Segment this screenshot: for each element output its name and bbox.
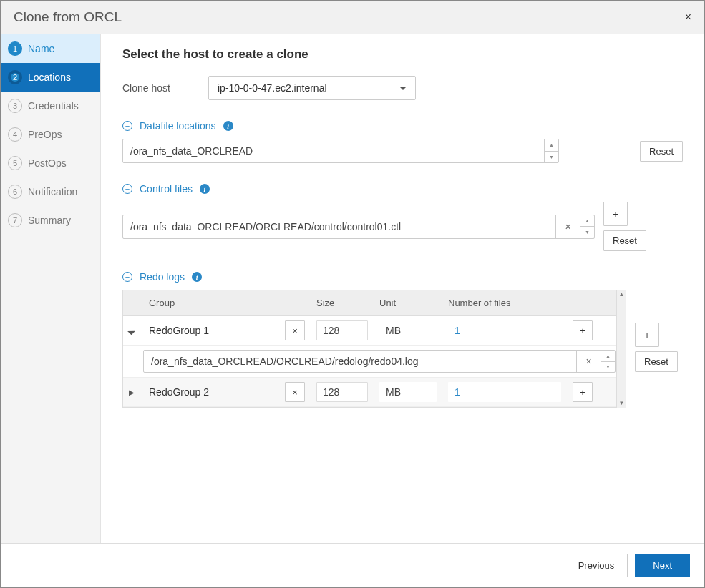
spinner-down-icon[interactable]: ▼ — [545, 152, 558, 163]
step-label: PostOps — [28, 157, 67, 169]
control-row: /ora_nfs_data_ORCLREAD/ORCLREAD/control/… — [122, 202, 683, 251]
redo-numfiles: 1 — [448, 320, 561, 340]
redo-size-input[interactable]: 128 — [316, 382, 368, 402]
clone-dialog: Clone from ORCL × 1 Name 2 Locations 3 C… — [0, 0, 705, 588]
datafile-reset-button[interactable]: Reset — [640, 141, 683, 162]
redo-table: Group Size Unit Number of files ◢ RedoGr… — [122, 290, 616, 408]
step-preops[interactable]: 4 PreOps — [1, 120, 100, 149]
spinner-down-icon[interactable]: ▼ — [580, 227, 594, 238]
redo-group-name: RedoGroup 1 — [149, 325, 209, 336]
close-icon[interactable]: × — [685, 11, 691, 24]
redo-scrollbar[interactable]: ▲ ▼ — [616, 290, 626, 408]
info-icon[interactable]: i — [223, 121, 233, 131]
step-number-icon: 4 — [8, 127, 22, 142]
redo-row-1: ◢ RedoGroup 1 × 128 MB 1 + — [123, 316, 616, 346]
step-number-icon: 7 — [8, 213, 22, 227]
col-size: Size — [311, 290, 374, 315]
col-num: Number of files — [442, 290, 567, 315]
step-label: Summary — [28, 215, 71, 226]
step-locations[interactable]: 2 Locations — [1, 63, 100, 92]
datafile-path-input[interactable]: /ora_nfs_data_ORCLREAD ▲ ▼ — [122, 139, 559, 163]
redo-section-header[interactable]: − Redo logs i — [122, 271, 683, 283]
redo-reset-button[interactable]: Reset — [635, 351, 678, 372]
redo-file-remove-button[interactable]: × — [576, 351, 601, 372]
step-summary[interactable]: 7 Summary — [1, 206, 100, 235]
clone-host-row: Clone host ip-10-0-0-47.ec2.internal — [122, 76, 683, 100]
control-reset-button[interactable]: Reset — [603, 230, 646, 251]
spinner-up-icon[interactable]: ▲ — [545, 139, 558, 152]
clone-host-label: Clone host — [122, 82, 208, 94]
control-add-button[interactable]: + — [603, 202, 628, 226]
redo-add-button[interactable]: + — [635, 323, 659, 347]
spinner[interactable]: ▲ ▼ — [580, 215, 594, 238]
spinner-down-icon[interactable]: ▼ — [601, 362, 615, 373]
step-label: Credentials — [28, 100, 79, 112]
clone-host-value: ip-10-0-0-47.ec2.internal — [218, 82, 327, 94]
step-number-icon: 3 — [8, 99, 22, 113]
spinner-up-icon[interactable]: ▲ — [580, 215, 594, 227]
spinner-up-icon[interactable]: ▲ — [601, 351, 615, 362]
datafile-section-header[interactable]: − Datafile locations i — [122, 120, 683, 132]
col-group: Group — [143, 290, 279, 315]
step-label: Locations — [28, 72, 71, 83]
info-icon[interactable]: i — [192, 272, 202, 282]
expand-icon[interactable]: ◢ — [127, 325, 136, 335]
redo-delete-button[interactable]: × — [285, 320, 305, 340]
step-label: Notification — [28, 186, 77, 197]
redo-unit: MB — [379, 320, 437, 340]
spinner[interactable]: ▲ ▼ — [544, 139, 558, 162]
main-panel: Select the host to create a clone Clone … — [101, 34, 704, 543]
page-heading: Select the host to create a clone — [122, 47, 683, 62]
redo-size-input[interactable]: 128 — [316, 320, 368, 340]
redo-row-2: ▶ RedoGroup 2 × 128 MB 1 + — [123, 378, 616, 407]
redo-addfile-button[interactable]: + — [573, 320, 593, 340]
redo-unit: MB — [379, 382, 437, 402]
info-icon[interactable]: i — [200, 184, 210, 194]
dialog-footer: Previous Next — [1, 543, 704, 587]
step-postops[interactable]: 5 PostOps — [1, 149, 100, 177]
step-label: PreOps — [28, 129, 62, 140]
dialog-title: Clone from ORCL — [14, 9, 122, 25]
titlebar: Clone from ORCL × — [1, 1, 704, 34]
collapse-icon: − — [122, 184, 132, 194]
collapse-icon: − — [122, 272, 132, 282]
control-path-value: /ora_nfs_data_ORCLREAD/ORCLREAD/control/… — [123, 215, 555, 238]
step-label: Name — [28, 43, 54, 54]
spinner[interactable]: ▲ ▼ — [601, 351, 615, 372]
expand-icon[interactable]: ▶ — [129, 388, 135, 396]
redo-table-header: Group Size Unit Number of files — [123, 290, 616, 316]
step-number-icon: 6 — [8, 185, 22, 199]
datafile-title: Datafile locations — [140, 120, 216, 132]
redo-file-input[interactable]: /ora_nfs_data_ORCLREAD/ORCLREAD/redolog/… — [143, 350, 616, 373]
control-section-header[interactable]: − Control files i — [122, 183, 683, 195]
datafile-path-value: /ora_nfs_data_ORCLREAD — [123, 139, 544, 162]
control-remove-button[interactable]: × — [555, 215, 580, 238]
datafile-row: /ora_nfs_data_ORCLREAD ▲ ▼ Reset — [122, 139, 683, 163]
clone-host-select[interactable]: ip-10-0-0-47.ec2.internal — [208, 76, 416, 100]
redo-file-path: /ora_nfs_data_ORCLREAD/ORCLREAD/redolog/… — [144, 351, 576, 372]
redo-title: Redo logs — [140, 271, 185, 283]
dialog-body: 1 Name 2 Locations 3 Credentials 4 PreOp… — [1, 34, 704, 543]
caret-down-icon — [399, 87, 407, 90]
step-notification[interactable]: 6 Notification — [1, 177, 100, 206]
redo-group-name: RedoGroup 2 — [149, 386, 209, 398]
control-title: Control files — [140, 183, 193, 195]
scroll-up-icon[interactable]: ▲ — [617, 290, 626, 299]
wizard-sidebar: 1 Name 2 Locations 3 Credentials 4 PreOp… — [1, 34, 101, 543]
redo-addfile-button[interactable]: + — [573, 382, 593, 402]
previous-button[interactable]: Previous — [565, 554, 628, 577]
redo-delete-button[interactable]: × — [285, 382, 305, 402]
step-credentials[interactable]: 3 Credentials — [1, 92, 100, 120]
step-number-icon: 2 — [8, 70, 22, 84]
redo-file-row: /ora_nfs_data_ORCLREAD/ORCLREAD/redolog/… — [123, 346, 616, 378]
control-path-input[interactable]: /ora_nfs_data_ORCLREAD/ORCLREAD/control/… — [122, 215, 595, 239]
redo-numfiles: 1 — [448, 382, 561, 402]
step-number-icon: 5 — [8, 156, 22, 170]
next-button[interactable]: Next — [635, 554, 690, 577]
redo-area: Group Size Unit Number of files ◢ RedoGr… — [122, 290, 683, 408]
collapse-icon: − — [122, 121, 132, 131]
col-unit: Unit — [374, 290, 442, 315]
step-number-icon: 1 — [8, 41, 22, 56]
scroll-down-icon[interactable]: ▼ — [617, 398, 626, 408]
step-name[interactable]: 1 Name — [1, 34, 100, 63]
